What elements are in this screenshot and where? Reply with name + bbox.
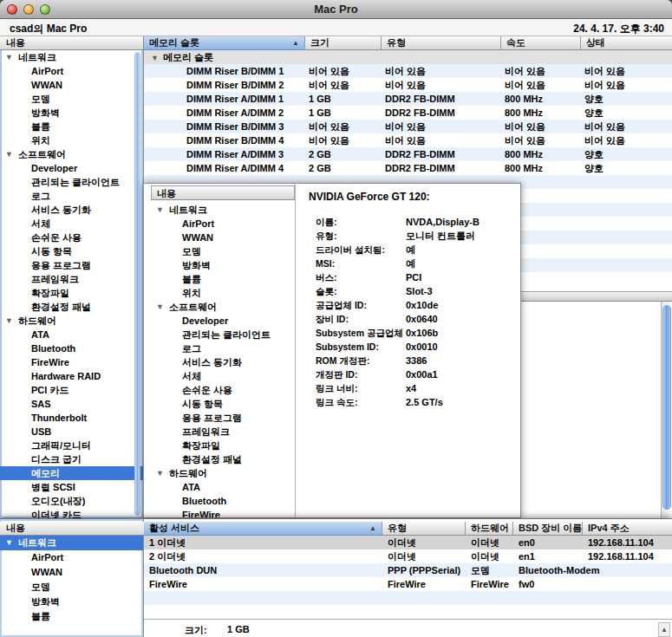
gpu-title: NVIDIA GeForce GT 120:: [309, 191, 520, 203]
sidebar-tree-item[interactable]: 손쉬운 사용: [0, 231, 143, 244]
column-header-hardware[interactable]: 하드웨어: [466, 522, 513, 536]
column-header-status[interactable]: 상태: [581, 36, 672, 50]
sidebar-tree-item[interactable]: PCI 카드: [0, 383, 143, 397]
network-tree-item[interactable]: 모뎀: [0, 580, 143, 595]
sidebar-tree-item[interactable]: 확장파일: [0, 286, 143, 300]
contents-sidebar-header[interactable]: 내용: [0, 36, 143, 50]
sidebar-tree-item[interactable]: 프레임워크: [0, 272, 143, 286]
title-bar[interactable]: Mac Pro: [0, 0, 672, 19]
service-table-row[interactable]: 2 이더넷 이더넷 이더넷 en1 192.168.11.104: [144, 549, 672, 563]
network-tree-item[interactable]: 네트워크: [0, 536, 143, 550]
column-header-ipv4[interactable]: IPv4 주소: [583, 522, 672, 536]
sidebar-tree-item[interactable]: 응용 프로그램: [0, 258, 143, 272]
memory-table-row[interactable]: DIMM Riser B/DIMM 2 비어 있음 비어 있음 비어 있음 비어…: [144, 78, 672, 92]
sidebar-tree-item[interactable]: 병렬 SCSI: [0, 480, 143, 494]
network-tree-item[interactable]: WWAN: [0, 565, 143, 580]
sidebar-tree-item[interactable]: 소프트웨어: [0, 147, 143, 161]
sidebar-tree-item[interactable]: 모뎀: [0, 92, 143, 106]
network-tree-item[interactable]: 방화벽: [0, 595, 143, 609]
sidebar-tree-item[interactable]: 방화벽: [0, 106, 143, 120]
sidebar-tree-item[interactable]: 그래픽/모니터: [0, 439, 143, 452]
column-header-active-service[interactable]: 활성 서비스 ▲: [144, 522, 382, 536]
network-tree-item[interactable]: 볼륨: [0, 609, 143, 624]
memory-table-row[interactable]: DIMM Riser B/DIMM 1 비어 있음 비어 있음 비어 있음 비어…: [144, 64, 672, 78]
detail-scroll-up-icon[interactable]: ▲: [658, 622, 670, 637]
overlay-tree-item[interactable]: Bluetooth: [151, 494, 295, 508]
service-table-row[interactable]: FireWire FireWire FireWire fw0: [144, 577, 672, 591]
memory-table-row[interactable]: DIMM Riser A/DIMM 4 2 GB DDR2 FB-DIMM 80…: [144, 161, 672, 175]
sidebar-tree-item[interactable]: AirPort: [0, 64, 143, 78]
sidebar-tree-item[interactable]: Thunderbolt: [0, 411, 143, 425]
gpu-field-row: 슬롯: Slot-3: [309, 284, 520, 298]
column-header-memory-slot[interactable]: 메모리 슬롯 ▲: [144, 36, 305, 50]
overlay-tree-item[interactable]: Developer: [151, 314, 295, 328]
overlay-tree-item[interactable]: 방화벽: [151, 258, 295, 272]
memory-table-row[interactable]: DIMM Riser B/DIMM 3 비어 있음 비어 있음 비어 있음 비어…: [144, 120, 672, 133]
sidebar-tree-item[interactable]: 네트워크: [0, 50, 143, 64]
gpu-field-label: 슬롯:: [316, 284, 406, 298]
sidebar-tree-item[interactable]: USB: [0, 425, 143, 439]
sidebar-tree-item[interactable]: 하드웨어: [0, 314, 143, 328]
column-header-service-type[interactable]: 유형: [382, 522, 466, 536]
memory-table-row[interactable]: DIMM Riser A/DIMM 2 1 GB DDR2 FB-DIMM 80…: [144, 106, 672, 120]
overlay-tree-item[interactable]: 응용 프로그램: [151, 411, 295, 425]
detail-scrollbar-thumb[interactable]: [662, 305, 671, 510]
column-header-bsd-device[interactable]: BSD 장비 이름: [513, 522, 583, 536]
memory-table-row[interactable]: DIMM Riser A/DIMM 3 2 GB DDR2 FB-DIMM 80…: [144, 147, 672, 161]
sidebar-scrollbar-thumb[interactable]: [134, 52, 140, 516]
overlay-tree-item[interactable]: 손쉬운 사용: [151, 383, 295, 397]
sidebar-tree-item[interactable]: FireWire: [0, 355, 143, 369]
overlay-tree-item[interactable]: 프레임워크: [151, 425, 295, 439]
overlay-tree-item[interactable]: 소프트웨어: [151, 300, 295, 314]
sidebar-tree-item[interactable]: 서비스 동기화: [0, 203, 143, 217]
sidebar-tree-item[interactable]: 이더넷 카드: [0, 508, 143, 518]
sidebar-tree-item[interactable]: 위치: [0, 133, 143, 147]
overlay-tree-item[interactable]: ATA: [151, 480, 295, 494]
overlay-tree-item[interactable]: 서체: [151, 369, 295, 383]
overlay-tree-item[interactable]: WWAN: [151, 231, 295, 244]
detail-scrollbar[interactable]: [661, 302, 672, 518]
sidebar-tree-item[interactable]: Developer: [0, 161, 143, 175]
overlay-tree-item[interactable]: 하드웨어: [151, 466, 295, 480]
overlay-tree-item[interactable]: 위치: [151, 286, 295, 300]
service-table-row[interactable]: 1 이더넷 이더넷 이더넷 en0 192.168.11.104: [144, 536, 672, 549]
sidebar-tree-item[interactable]: 서체: [0, 217, 143, 231]
column-header-size[interactable]: 크기: [305, 36, 382, 50]
column-header-speed[interactable]: 속도: [501, 36, 581, 50]
overlay-tree-item[interactable]: 확장파일: [151, 439, 295, 452]
overlay-tree-item[interactable]: AirPort: [151, 217, 295, 231]
network-tree-item[interactable]: AirPort: [0, 550, 143, 565]
memory-group-row[interactable]: 메모리 슬롯: [144, 50, 672, 64]
overlay-contents-header[interactable]: 내용: [151, 185, 295, 200]
sidebar-tree-item[interactable]: 관리되는 클라이언트: [0, 175, 143, 189]
sidebar-tree-item[interactable]: 오디오(내장): [0, 494, 143, 508]
overlay-tree-item[interactable]: 환경설정 패널: [151, 452, 295, 466]
overlay-tree-item[interactable]: 로그: [151, 341, 295, 355]
cell-type: 비어 있음: [382, 64, 501, 78]
overlay-tree-item[interactable]: 관리되는 클라이언트: [151, 328, 295, 341]
column-header-type[interactable]: 유형: [382, 36, 501, 50]
network-contents-header[interactable]: 내용: [0, 522, 144, 536]
cell-bsd-device: fw0: [513, 577, 583, 591]
sidebar-tree-item[interactable]: WWAN: [0, 78, 143, 92]
sidebar-tree-item[interactable]: SAS: [0, 397, 143, 411]
service-table-row[interactable]: Bluetooth DUN PPP (PPPSerial) 모뎀 Bluetoo…: [144, 563, 672, 577]
overlay-tree-item[interactable]: 서비스 동기화: [151, 355, 295, 369]
sidebar-tree-item[interactable]: Hardware RAID: [0, 369, 143, 383]
overlay-tree-item[interactable]: FireWire: [151, 508, 295, 518]
sidebar-tree-item[interactable]: 메모리: [0, 466, 143, 480]
overlay-tree-item[interactable]: 모뎀: [151, 244, 295, 258]
memory-table-row[interactable]: DIMM Riser A/DIMM 1 1 GB DDR2 FB-DIMM 80…: [144, 92, 672, 106]
overlay-tree-item[interactable]: 시동 항목: [151, 397, 295, 411]
sidebar-tree-item[interactable]: 환경설정 패널: [0, 300, 143, 314]
cell-status: 비어 있음: [581, 133, 672, 147]
overlay-tree-item[interactable]: 네트워크: [151, 203, 295, 217]
overlay-tree-item[interactable]: 볼륨: [151, 272, 295, 286]
sidebar-tree-item[interactable]: ATA: [0, 328, 143, 341]
memory-table-row[interactable]: DIMM Riser B/DIMM 4 비어 있음 비어 있음 비어 있음 비어…: [144, 133, 672, 147]
sidebar-tree-item[interactable]: 디스크 굽기: [0, 452, 143, 466]
sidebar-tree-item[interactable]: Bluetooth: [0, 341, 143, 355]
sidebar-tree-item[interactable]: 볼륨: [0, 120, 143, 133]
sidebar-tree-item[interactable]: 시동 항목: [0, 244, 143, 258]
sidebar-tree-item[interactable]: 로그: [0, 189, 143, 203]
